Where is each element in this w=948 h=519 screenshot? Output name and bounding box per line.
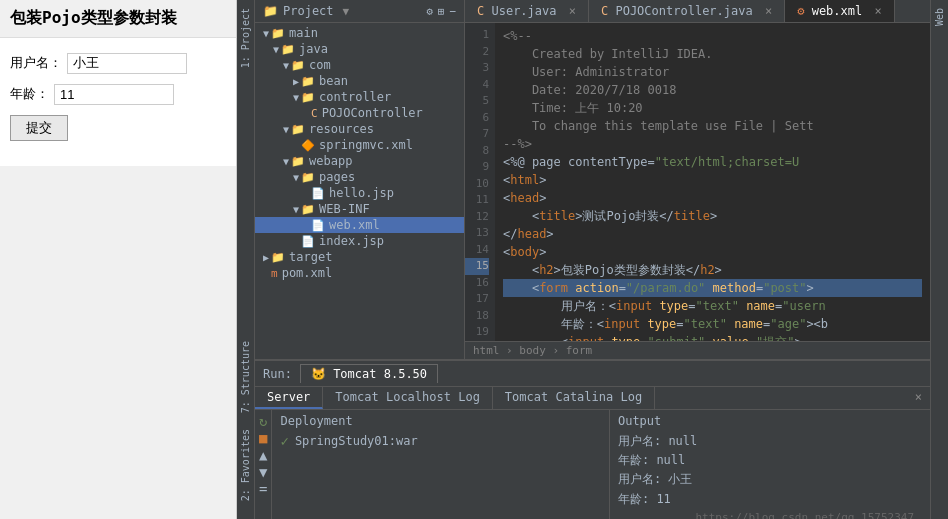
- project-dropdown-icon[interactable]: ▼: [343, 5, 350, 18]
- folder-icon-main: 📁: [271, 27, 285, 40]
- output-text: 用户名: null 年龄: null 用户名: 小王 年龄: 11: [618, 432, 922, 509]
- folder-icon-com: 📁: [291, 59, 305, 72]
- restart-icon[interactable]: ↻: [259, 414, 267, 428]
- close-run-panel[interactable]: ×: [907, 387, 930, 409]
- submit-button[interactable]: 提交: [10, 115, 68, 141]
- deployment-header: Deployment: [280, 414, 601, 428]
- tree-label-main: main: [289, 26, 318, 40]
- folder-icon-java: 📁: [281, 43, 295, 56]
- output-line-2: 年龄: null: [618, 451, 922, 470]
- up-icon[interactable]: ▲: [259, 448, 267, 462]
- minus-icon[interactable]: −: [449, 5, 456, 18]
- tree-item-springmvc[interactable]: ▶ 🔶 springmvc.xml: [255, 137, 464, 153]
- arrow-resources: ▼: [283, 124, 289, 135]
- tree-item-webinf[interactable]: ▼ 📁 WEB-INF: [255, 201, 464, 217]
- run-bar: Run: 🐱 Tomcat 8.5.50: [255, 361, 930, 387]
- code-area: 1234567 891011121314 15 161718192021 <%-…: [465, 23, 930, 341]
- watermark: https://blog.csdn.net/qq_15752347: [618, 509, 922, 519]
- code-line-3: User: Administrator: [503, 63, 922, 81]
- deployment-item: ✓ SpringStudy01:war: [280, 432, 601, 450]
- code-line-10: <head>: [503, 189, 922, 207]
- tab-pojocontroller[interactable]: C POJOController.java ×: [589, 0, 785, 22]
- xml-icon-pomxml: m: [271, 267, 278, 280]
- run-label: Run:: [263, 367, 292, 381]
- folder-icon-webinf: 📁: [301, 203, 315, 216]
- tree-item-target[interactable]: ▶ 📁 target: [255, 249, 464, 265]
- code-line-7: --%>: [503, 135, 922, 153]
- tree-item-main[interactable]: ▼ 📁 main: [255, 25, 464, 41]
- tree-item-bean[interactable]: ▶ 📁 bean: [255, 73, 464, 89]
- tree-item-pojocontroller[interactable]: ▶ C POJOController: [255, 105, 464, 121]
- check-icon: ✓: [280, 433, 288, 449]
- java-tab-icon2: C: [601, 4, 608, 18]
- output-header: Output: [618, 414, 922, 428]
- equal-icon[interactable]: =: [259, 482, 267, 496]
- tree-item-webapp[interactable]: ▼ 📁 webapp: [255, 153, 464, 169]
- username-row: 用户名：: [10, 53, 226, 74]
- project-tree: ▼ 📁 main ▼ 📁 java ▼ 📁 com: [255, 23, 464, 359]
- project-tab[interactable]: 1: Project: [238, 0, 253, 76]
- tree-item-webxml[interactable]: ▶ 📄 web.xml: [255, 217, 464, 233]
- tree-item-hellojsp[interactable]: ▶ 📄 hello.jsp: [255, 185, 464, 201]
- tree-label-bean: bean: [319, 74, 348, 88]
- tab-pojocontroller-label: POJOController.java: [615, 4, 752, 18]
- tree-item-pomxml[interactable]: ▶ m pom.xml: [255, 265, 464, 281]
- username-label: 用户名：: [10, 54, 62, 72]
- run-output: Output 用户名: null 年龄: null 用户名: 小王 年龄: 11…: [610, 410, 930, 519]
- down-icon[interactable]: ▼: [259, 465, 267, 479]
- tree-label-indexjsp: index.jsp: [319, 234, 384, 248]
- run-deployment: Deployment ✓ SpringStudy01:war: [272, 410, 610, 519]
- folder-icon-webapp: 📁: [291, 155, 305, 168]
- xml-icon-webxml: 📄: [311, 219, 325, 232]
- tab-webxml[interactable]: ⚙ web.xml ×: [785, 0, 895, 22]
- tree-label-target: target: [289, 250, 332, 264]
- layout-icon[interactable]: ⊞: [438, 5, 445, 18]
- tree-label-webxml: web.xml: [329, 218, 380, 232]
- tree-label-webinf: WEB-INF: [319, 202, 370, 216]
- project-folder-icon: 📁: [263, 4, 278, 18]
- tree-item-resources[interactable]: ▼ 📁 resources: [255, 121, 464, 137]
- tab-webxml-close[interactable]: ×: [874, 4, 881, 18]
- code-line-17: 年龄：<input type="text" name="age"><b: [503, 315, 922, 333]
- structure-tab[interactable]: 7: Structure: [238, 333, 253, 421]
- username-input[interactable]: [67, 53, 187, 74]
- code-line-11: <title>测试Pojo封装</title>: [503, 207, 922, 225]
- age-label: 年龄：: [10, 85, 49, 103]
- tree-item-controller[interactable]: ▼ 📁 controller: [255, 89, 464, 105]
- code-line-12: </head>: [503, 225, 922, 243]
- code-line-9: <html>: [503, 171, 922, 189]
- age-input[interactable]: [54, 84, 174, 105]
- run-subtab-server[interactable]: Server: [255, 387, 323, 409]
- favorites-tab[interactable]: 2: Favorites: [238, 421, 253, 509]
- settings-icon[interactable]: ⚙: [426, 5, 433, 18]
- page-title: 包装Pojo类型参数封装: [0, 0, 236, 38]
- arrow-com: ▼: [283, 60, 289, 71]
- stop-icon[interactable]: ■: [259, 431, 267, 445]
- code-line-16: 用户名：<input type="text" name="usern: [503, 297, 922, 315]
- tree-item-com[interactable]: ▼ 📁 com: [255, 57, 464, 73]
- tree-item-pages[interactable]: ▼ 📁 pages: [255, 169, 464, 185]
- tab-pojocontroller-close[interactable]: ×: [765, 4, 772, 18]
- code-content[interactable]: <%-- Created by IntelliJ IDEA. User: Adm…: [495, 23, 930, 341]
- folder-icon-controller: 📁: [301, 91, 315, 104]
- tree-label-resources: resources: [309, 122, 374, 136]
- run-subtab-localhost[interactable]: Tomcat Localhost Log: [323, 387, 493, 409]
- output-line-1: 用户名: null: [618, 432, 922, 451]
- tree-item-java[interactable]: ▼ 📁 java: [255, 41, 464, 57]
- run-tab-tomcat[interactable]: 🐱 Tomcat 8.5.50: [300, 364, 438, 383]
- run-panel: Run: 🐱 Tomcat 8.5.50 Server Tomcat Local…: [255, 359, 930, 519]
- tab-userjava-close[interactable]: ×: [569, 4, 576, 18]
- tree-label-java: java: [299, 42, 328, 56]
- left-side-tabs: 1: Project 7: Structure 2: Favorites: [237, 0, 255, 519]
- run-subtab-catalina[interactable]: Tomcat Catalina Log: [493, 387, 655, 409]
- tree-item-indexjsp[interactable]: ▶ 📄 index.jsp: [255, 233, 464, 249]
- project-header-icons: ⚙ ⊞ −: [426, 5, 456, 18]
- web-tab[interactable]: Web: [932, 0, 947, 34]
- tree-label-webapp: webapp: [309, 154, 352, 168]
- arrow-main: ▼: [263, 28, 269, 39]
- age-row: 年龄：: [10, 84, 226, 105]
- form-area: 用户名： 年龄： 提交: [0, 38, 236, 166]
- tree-label-pages: pages: [319, 170, 355, 184]
- tab-userjava[interactable]: C User.java ×: [465, 0, 589, 22]
- project-tree-panel: 📁 Project ▼ ⚙ ⊞ − ▼ 📁 main: [255, 0, 465, 359]
